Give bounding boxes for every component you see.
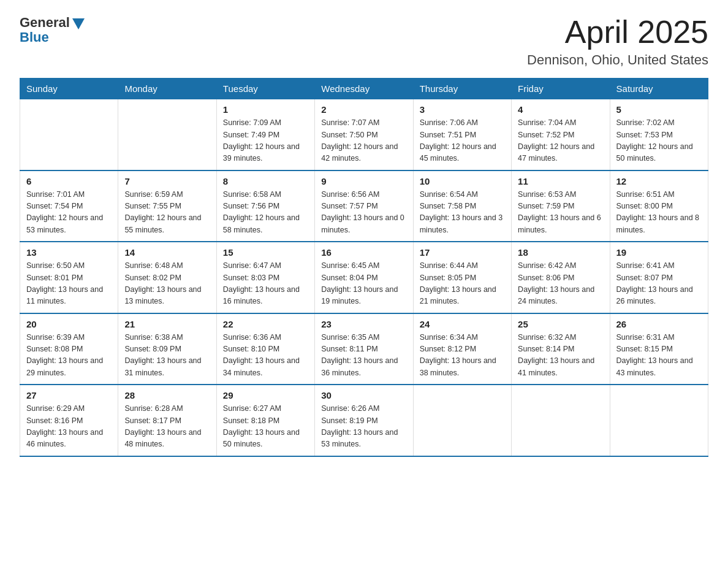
day-number: 20 <box>26 319 112 329</box>
day-info: Sunrise: 6:36 AM Sunset: 8:10 PM Dayligh… <box>223 332 308 380</box>
day-number: 10 <box>420 176 505 186</box>
day-number: 14 <box>124 247 210 258</box>
calendar-cell: 5Sunrise: 7:02 AM Sunset: 7:53 PM Daylig… <box>610 99 708 170</box>
day-info: Sunrise: 6:39 AM Sunset: 8:08 PM Dayligh… <box>26 332 112 380</box>
calendar-cell: 21Sunrise: 6:38 AM Sunset: 8:09 PM Dayli… <box>118 313 216 385</box>
calendar-cell: 13Sunrise: 6:50 AM Sunset: 8:01 PM Dayli… <box>20 242 118 313</box>
calendar-table: SundayMondayTuesdayWednesdayThursdayFrid… <box>20 78 708 457</box>
calendar-cell: 1Sunrise: 7:09 AM Sunset: 7:49 PM Daylig… <box>216 99 314 170</box>
day-number: 28 <box>124 390 210 400</box>
day-info: Sunrise: 6:51 AM Sunset: 8:00 PM Dayligh… <box>616 189 702 237</box>
day-number: 7 <box>124 176 210 186</box>
calendar-cell <box>20 99 118 170</box>
calendar-cell: 20Sunrise: 6:39 AM Sunset: 8:08 PM Dayli… <box>20 313 118 385</box>
day-number: 30 <box>321 390 406 400</box>
week-row-1: 1Sunrise: 7:09 AM Sunset: 7:49 PM Daylig… <box>20 99 708 170</box>
logo-arrow-icon <box>72 18 85 29</box>
page-header: General Blue April 2025 Dennison, Ohio, … <box>20 15 708 68</box>
calendar-cell: 27Sunrise: 6:29 AM Sunset: 8:16 PM Dayli… <box>20 385 118 456</box>
weekday-header-thursday: Thursday <box>413 79 511 99</box>
day-number: 8 <box>223 176 308 186</box>
day-info: Sunrise: 7:04 AM Sunset: 7:52 PM Dayligh… <box>518 117 603 165</box>
week-row-5: 27Sunrise: 6:29 AM Sunset: 8:16 PM Dayli… <box>20 385 708 456</box>
weekday-header-row: SundayMondayTuesdayWednesdayThursdayFrid… <box>20 79 708 99</box>
weekday-header-wednesday: Wednesday <box>315 79 413 99</box>
location-title: Dennison, Ohio, United States <box>527 52 708 68</box>
day-number: 4 <box>518 104 603 115</box>
calendar-cell: 28Sunrise: 6:28 AM Sunset: 8:17 PM Dayli… <box>118 385 216 456</box>
calendar-cell: 6Sunrise: 7:01 AM Sunset: 7:54 PM Daylig… <box>20 170 118 242</box>
day-info: Sunrise: 7:02 AM Sunset: 7:53 PM Dayligh… <box>616 117 702 165</box>
day-number: 16 <box>321 247 406 258</box>
day-number: 5 <box>616 104 702 115</box>
day-info: Sunrise: 7:09 AM Sunset: 7:49 PM Dayligh… <box>223 117 308 165</box>
calendar-cell: 17Sunrise: 6:44 AM Sunset: 8:05 PM Dayli… <box>413 242 511 313</box>
day-info: Sunrise: 6:59 AM Sunset: 7:55 PM Dayligh… <box>124 189 210 237</box>
day-number: 26 <box>616 319 702 329</box>
day-number: 25 <box>518 319 603 329</box>
calendar-cell: 18Sunrise: 6:42 AM Sunset: 8:06 PM Dayli… <box>512 242 610 313</box>
day-info: Sunrise: 6:27 AM Sunset: 8:18 PM Dayligh… <box>223 403 308 451</box>
day-info: Sunrise: 6:42 AM Sunset: 8:06 PM Dayligh… <box>518 260 603 308</box>
calendar-cell: 2Sunrise: 7:07 AM Sunset: 7:50 PM Daylig… <box>315 99 413 170</box>
day-number: 3 <box>420 104 505 115</box>
day-info: Sunrise: 6:58 AM Sunset: 7:56 PM Dayligh… <box>223 189 308 237</box>
day-number: 17 <box>420 247 505 258</box>
calendar-cell: 4Sunrise: 7:04 AM Sunset: 7:52 PM Daylig… <box>512 99 610 170</box>
day-info: Sunrise: 6:47 AM Sunset: 8:03 PM Dayligh… <box>223 260 308 308</box>
day-number: 24 <box>420 319 505 329</box>
calendar-cell <box>512 385 610 456</box>
day-number: 13 <box>26 247 112 258</box>
logo-general-text: General <box>20 15 70 31</box>
day-info: Sunrise: 6:29 AM Sunset: 8:16 PM Dayligh… <box>26 403 112 451</box>
week-row-2: 6Sunrise: 7:01 AM Sunset: 7:54 PM Daylig… <box>20 170 708 242</box>
weekday-header-sunday: Sunday <box>20 79 118 99</box>
day-info: Sunrise: 6:38 AM Sunset: 8:09 PM Dayligh… <box>124 332 210 380</box>
weekday-header-monday: Monday <box>118 79 216 99</box>
calendar-cell <box>610 385 708 456</box>
day-number: 6 <box>26 176 112 186</box>
calendar-cell: 25Sunrise: 6:32 AM Sunset: 8:14 PM Dayli… <box>512 313 610 385</box>
day-number: 27 <box>26 390 112 400</box>
day-number: 11 <box>518 176 603 186</box>
day-info: Sunrise: 6:32 AM Sunset: 8:14 PM Dayligh… <box>518 332 603 380</box>
day-number: 9 <box>321 176 406 186</box>
day-number: 29 <box>223 390 308 400</box>
day-number: 21 <box>124 319 210 329</box>
weekday-header-saturday: Saturday <box>610 79 708 99</box>
day-info: Sunrise: 6:56 AM Sunset: 7:57 PM Dayligh… <box>321 189 406 237</box>
day-number: 12 <box>616 176 702 186</box>
calendar-cell: 30Sunrise: 6:26 AM Sunset: 8:19 PM Dayli… <box>315 385 413 456</box>
day-number: 2 <box>321 104 406 115</box>
day-info: Sunrise: 6:26 AM Sunset: 8:19 PM Dayligh… <box>321 403 406 451</box>
calendar-cell: 14Sunrise: 6:48 AM Sunset: 8:02 PM Dayli… <box>118 242 216 313</box>
logo-blue-text: Blue <box>20 29 49 45</box>
day-info: Sunrise: 6:41 AM Sunset: 8:07 PM Dayligh… <box>616 260 702 308</box>
logo: General Blue <box>20 15 85 45</box>
day-number: 19 <box>616 247 702 258</box>
day-info: Sunrise: 7:07 AM Sunset: 7:50 PM Dayligh… <box>321 117 406 165</box>
day-info: Sunrise: 6:53 AM Sunset: 7:59 PM Dayligh… <box>518 189 603 237</box>
calendar-cell: 19Sunrise: 6:41 AM Sunset: 8:07 PM Dayli… <box>610 242 708 313</box>
day-info: Sunrise: 6:48 AM Sunset: 8:02 PM Dayligh… <box>124 260 210 308</box>
day-number: 1 <box>223 104 308 115</box>
calendar-cell: 24Sunrise: 6:34 AM Sunset: 8:12 PM Dayli… <box>413 313 511 385</box>
day-info: Sunrise: 6:44 AM Sunset: 8:05 PM Dayligh… <box>420 260 505 308</box>
calendar-cell: 9Sunrise: 6:56 AM Sunset: 7:57 PM Daylig… <box>315 170 413 242</box>
calendar-cell <box>118 99 216 170</box>
calendar-cell: 8Sunrise: 6:58 AM Sunset: 7:56 PM Daylig… <box>216 170 314 242</box>
day-number: 23 <box>321 319 406 329</box>
calendar-cell: 26Sunrise: 6:31 AM Sunset: 8:15 PM Dayli… <box>610 313 708 385</box>
title-block: April 2025 Dennison, Ohio, United States <box>527 15 708 68</box>
calendar-cell: 15Sunrise: 6:47 AM Sunset: 8:03 PM Dayli… <box>216 242 314 313</box>
day-info: Sunrise: 7:06 AM Sunset: 7:51 PM Dayligh… <box>420 117 505 165</box>
day-number: 15 <box>223 247 308 258</box>
calendar-cell: 10Sunrise: 6:54 AM Sunset: 7:58 PM Dayli… <box>413 170 511 242</box>
calendar-cell: 22Sunrise: 6:36 AM Sunset: 8:10 PM Dayli… <box>216 313 314 385</box>
day-info: Sunrise: 6:34 AM Sunset: 8:12 PM Dayligh… <box>420 332 505 380</box>
day-number: 22 <box>223 319 308 329</box>
day-info: Sunrise: 6:31 AM Sunset: 8:15 PM Dayligh… <box>616 332 702 380</box>
week-row-4: 20Sunrise: 6:39 AM Sunset: 8:08 PM Dayli… <box>20 313 708 385</box>
calendar-cell: 12Sunrise: 6:51 AM Sunset: 8:00 PM Dayli… <box>610 170 708 242</box>
calendar-cell: 29Sunrise: 6:27 AM Sunset: 8:18 PM Dayli… <box>216 385 314 456</box>
